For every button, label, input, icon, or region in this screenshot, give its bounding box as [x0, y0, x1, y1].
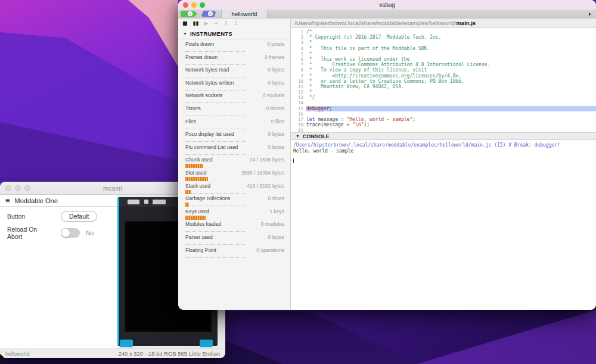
break-machines-badge[interactable]: 0: [201, 11, 216, 17]
instrument-value: 0 bytes: [268, 131, 284, 137]
instrument-value: 0 frames: [265, 54, 284, 60]
button-control-label: Button: [7, 213, 44, 220]
code-line[interactable]: 2 * Copyright (c) 2016-2017 Moddable Tec…: [291, 35, 596, 40]
device-menu-label[interactable]: Moddable One: [15, 197, 58, 204]
instrument-sparkline: [185, 254, 245, 259]
device-menu-bar[interactable]: ≡ Moddable One: [0, 195, 117, 207]
xsbug-titlebar[interactable]: xsbug: [178, 0, 596, 10]
instrument-sparkline: [185, 125, 245, 130]
code-line[interactable]: 17let message = "Hello, world - sample";: [291, 117, 596, 122]
instrument-row: Stack used416 / 8192 bytes: [178, 181, 290, 194]
device-pcb-edge: [117, 197, 119, 346]
instrument-name: Stack used: [185, 183, 210, 189]
display-format-status: 240 x 320 - 16-bit RGB 565 Little Endian: [118, 350, 220, 357]
debug-toolbar: ■▮▮▶⇥↧↥: [178, 18, 290, 28]
instrument-row: Poco display list used0 bytes: [178, 129, 290, 142]
instrument-row: Garbage collections0 times: [178, 194, 290, 207]
instrument-name: Files: [185, 119, 196, 125]
file-path-bar[interactable]: /Users/hipsterbrown/.local/share/moddabl…: [291, 18, 596, 28]
badge-count: 0: [188, 11, 193, 16]
instrument-row: Slot used3936 / 16384 bytes: [178, 168, 290, 181]
line-number: 10: [291, 79, 306, 84]
run-machines-badge[interactable]: 0: [181, 11, 197, 17]
console-line: Hello, world - sample: [293, 148, 596, 154]
code-line[interactable]: 14: [291, 100, 596, 105]
instrument-row: Modules loaded0 modules: [178, 219, 290, 232]
code-line[interactable]: 10 * or send a letter to Creative Common…: [291, 79, 596, 84]
reload-control-label: Reload On Abort: [7, 226, 44, 240]
dark-mode-toggle-icon[interactable]: ◑: [587, 11, 591, 17]
line-number: 4: [291, 46, 306, 51]
reload-on-abort-toggle[interactable]: [61, 228, 80, 238]
instruments-list: Pixels drawn0 pixelsFrames drawn0 frames…: [178, 39, 290, 310]
instrument-name: Keys used: [185, 209, 209, 214]
instrument-row: Frames drawn0 frames: [178, 52, 290, 66]
text-caret: [293, 158, 294, 163]
instrument-name: Network bytes read: [185, 67, 229, 73]
line-number: 17: [291, 117, 306, 122]
hamburger-icon[interactable]: ≡: [5, 197, 10, 204]
line-number: 5: [291, 51, 306, 57]
instrument-sparkline: [185, 48, 245, 52]
collapse-triangle-icon[interactable]: ▼: [183, 32, 187, 36]
code-line[interactable]: 15debugger;: [291, 106, 596, 111]
line-number: 1: [291, 29, 306, 35]
code-editor[interactable]: 1/*2 * Copyright (c) 2016-2017 Moddable …: [291, 28, 596, 132]
instrument-value: 1 keys: [269, 209, 284, 214]
instrument-value: 0 files: [271, 119, 284, 125]
code-line[interactable]: 4 * This file is part of the Moddable SD…: [291, 46, 596, 51]
line-number: 8: [291, 67, 306, 73]
instrument-name: Garbage collections: [185, 195, 230, 201]
editor-panel: /Users/hipsterbrown/.local/share/moddabl…: [291, 18, 596, 310]
line-number: 2: [291, 35, 306, 40]
instrument-sparkline: [185, 61, 245, 66]
instrument-row: Chunk used24 / 1536 bytes: [178, 155, 290, 168]
code-line[interactable]: 18trace(message + "\n");: [291, 122, 596, 127]
code-line[interactable]: 11 * Mountain View, CA 94042, USA.: [291, 84, 596, 89]
line-number: 9: [291, 73, 306, 79]
instrument-value: 0 times: [268, 195, 284, 201]
badge-count: 0: [208, 11, 213, 16]
code-line[interactable]: 7 * Creative Commons Attribution 4.0 Int…: [291, 62, 596, 67]
line-number: 6: [291, 57, 306, 62]
instrument-name: Chunk used: [185, 157, 212, 163]
code-line[interactable]: 1/*: [291, 29, 596, 35]
code-line[interactable]: 9 * <http://creativecommons.org/licenses…: [291, 73, 596, 79]
step-icon[interactable]: ⇥: [213, 21, 218, 26]
button-control-row: Button Default: [0, 209, 117, 223]
device-corner-tab: [120, 340, 133, 347]
step-into-icon[interactable]: ↧: [224, 21, 228, 26]
instrument-row: Timers0 timers: [178, 104, 290, 117]
code-line[interactable]: 5 *: [291, 51, 596, 57]
code-line[interactable]: 13 */: [291, 95, 596, 100]
kill-icon[interactable]: ■: [182, 21, 188, 26]
break-icon[interactable]: ▮▮: [193, 21, 199, 26]
code-line[interactable]: 6 * This work is licensed under the: [291, 57, 596, 62]
collapse-triangle-icon[interactable]: ▼: [296, 134, 300, 138]
code-line[interactable]: 12 *: [291, 89, 596, 95]
instrument-value: 0 bytes: [268, 80, 284, 86]
instruments-panel: ■▮▮▶⇥↧↥ ▼ INSTRUMENTS Pixels drawn0 pixe…: [178, 18, 291, 310]
instrument-value: 0 bytes: [268, 234, 284, 240]
code-line[interactable]: 8 * To view a copy of this license, visi…: [291, 67, 596, 73]
instrument-sparkline: [185, 138, 245, 142]
instruments-header[interactable]: ▼ INSTRUMENTS: [178, 28, 290, 39]
reload-toggle-state: No: [86, 229, 94, 237]
reload-control-row: Reload On Abort No: [0, 226, 117, 240]
instrument-value: 0 timers: [266, 105, 284, 111]
console-header[interactable]: ▼ CONSOLE: [291, 132, 596, 140]
step-out-icon[interactable]: ↥: [233, 21, 238, 26]
line-number: 11: [291, 84, 306, 89]
app-name-status: helloworld: [5, 351, 30, 357]
code-line[interactable]: 3 *: [291, 40, 596, 45]
console-output[interactable]: /Users/hipsterbrown/.local/share/moddabl…: [291, 140, 596, 310]
instrument-value: 416 / 8192 bytes: [247, 183, 284, 189]
default-button[interactable]: Default: [61, 211, 97, 222]
instrument-name: Parser used: [185, 234, 213, 240]
line-number: 15: [291, 106, 306, 111]
instrument-sparkline: [185, 228, 245, 232]
instrument-sparkline: [185, 73, 245, 78]
code-line[interactable]: 16: [291, 111, 596, 117]
tab-helloworld[interactable]: helloworld: [221, 10, 268, 18]
go-icon[interactable]: ▶: [204, 21, 208, 26]
